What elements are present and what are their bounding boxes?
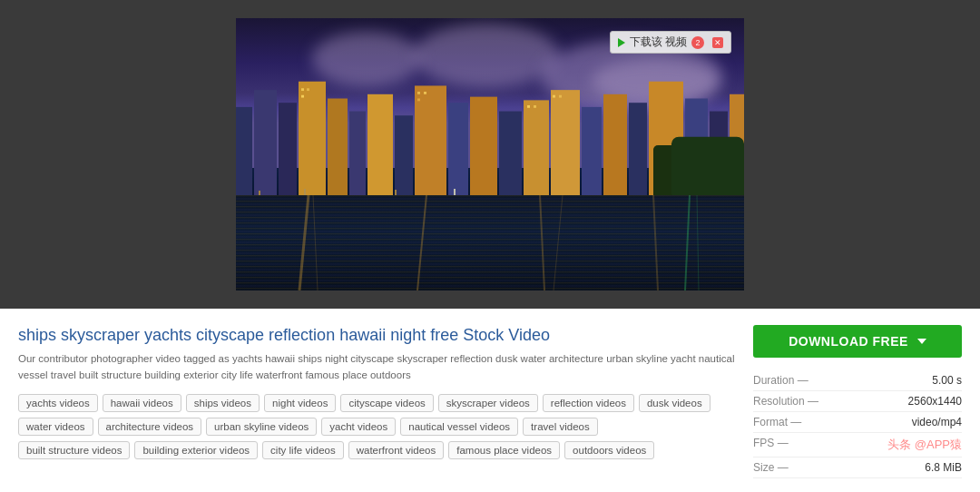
tag-city-life-videos[interactable]: city life videos — [262, 441, 344, 459]
svg-rect-25 — [301, 95, 304, 98]
video-player[interactable]: 下载该 视频 2 ✕ — [236, 18, 744, 290]
tags-row-2: water videos architecture videos urban s… — [18, 418, 735, 436]
buildings-svg — [236, 64, 744, 201]
tag-night-videos[interactable]: night videos — [264, 394, 336, 412]
svg-line-53 — [653, 195, 658, 290]
tag-built-structure-videos[interactable]: built structure videos — [18, 441, 130, 459]
size-row: Size — 6.8 MiB — [753, 458, 962, 478]
format-row: Format — video/mp4 — [753, 412, 962, 433]
download-overlay[interactable]: 下载该 视频 2 ✕ — [610, 31, 731, 54]
svg-rect-24 — [307, 88, 309, 91]
tag-waterfront-videos[interactable]: waterfront videos — [348, 441, 445, 459]
svg-line-48 — [299, 195, 309, 290]
chevron-down-icon — [917, 339, 926, 344]
play-icon — [618, 38, 625, 47]
fps-label: FPS — — [753, 437, 789, 453]
size-label: Size — — [753, 461, 789, 474]
tag-yacht-videos[interactable]: yacht videos — [321, 418, 396, 436]
tag-building-exterior-videos[interactable]: building exterior videos — [134, 441, 258, 459]
tags-row-1: yachts videos hawaii videos ships videos… — [18, 394, 735, 412]
left-content: ships skyscraper yachts cityscape reflec… — [18, 325, 735, 478]
download-free-button[interactable]: DOWNLOAD FREE — [753, 325, 962, 358]
format-value: video/mp4 — [912, 416, 962, 428]
fps-row: FPS — 头条 @APP猿 — [753, 433, 962, 458]
fps-value: 头条 @APP猿 — [887, 437, 962, 453]
duration-row: Duration — 5.00 s — [753, 370, 962, 391]
tag-architecture-videos[interactable]: architecture videos — [98, 418, 202, 436]
svg-line-50 — [417, 195, 426, 290]
tag-hawaii-videos[interactable]: hawaii videos — [103, 394, 181, 412]
meta-table: Duration — 5.00 s Resolution — 2560x1440… — [753, 370, 962, 478]
svg-line-51 — [540, 195, 544, 290]
water — [236, 195, 744, 290]
duration-value: 5.00 s — [932, 374, 962, 387]
svg-rect-27 — [424, 92, 426, 94]
svg-rect-32 — [559, 95, 562, 98]
tag-famous-place-videos[interactable]: famous place videos — [448, 441, 560, 459]
svg-rect-31 — [553, 95, 555, 98]
tag-nautical-vessel-videos[interactable]: nautical vessel videos — [400, 418, 518, 436]
close-button[interactable]: ✕ — [712, 37, 723, 48]
size-value: 6.8 MiB — [925, 461, 962, 474]
svg-line-49 — [313, 195, 318, 290]
video-title: ships skyscraper yachts cityscape reflec… — [18, 325, 735, 346]
tag-yachts-videos[interactable]: yachts videos — [18, 394, 98, 412]
reflection-svg — [236, 195, 744, 290]
video-section: 下载该 视频 2 ✕ — [0, 0, 980, 309]
svg-rect-26 — [417, 92, 420, 94]
tag-dusk-videos[interactable]: dusk videos — [639, 394, 710, 412]
badge-number: 2 — [691, 36, 704, 49]
tag-cityscape-videos[interactable]: cityscape videos — [340, 394, 433, 412]
resolution-value: 2560x1440 — [908, 395, 962, 408]
download-free-label: DOWNLOAD FREE — [789, 334, 908, 349]
svg-rect-28 — [417, 99, 420, 102]
svg-line-52 — [554, 195, 563, 290]
tag-skyscraper-videos[interactable]: skyscraper videos — [438, 394, 538, 412]
tag-travel-videos[interactable]: travel videos — [523, 418, 598, 436]
video-description: Our contributor photographer video tagge… — [18, 351, 735, 383]
tag-outdoors-videos[interactable]: outdoors videos — [564, 441, 654, 459]
tag-water-videos[interactable]: water videos — [18, 418, 93, 436]
svg-rect-29 — [527, 105, 530, 108]
resolution-label: Resolution — — [753, 395, 818, 408]
svg-line-55 — [697, 195, 699, 290]
format-label: Format — — [753, 416, 801, 428]
svg-line-54 — [685, 195, 690, 290]
tag-reflection-videos[interactable]: reflection videos — [543, 394, 634, 412]
right-panel: DOWNLOAD FREE Duration — 5.00 s Resoluti… — [753, 325, 962, 478]
tag-urban-skyline-videos[interactable]: urban skyline videos — [206, 418, 317, 436]
resolution-row: Resolution — 2560x1440 — [753, 391, 962, 412]
svg-rect-23 — [301, 88, 304, 91]
download-overlay-label: 下载该 视频 — [630, 34, 687, 50]
svg-rect-30 — [534, 105, 536, 108]
duration-label: Duration — — [753, 374, 808, 387]
tags-row-3: built structure videos building exterior… — [18, 441, 735, 459]
bottom-section: ships skyscraper yachts cityscape reflec… — [0, 309, 980, 487]
tag-ships-videos[interactable]: ships videos — [186, 394, 260, 412]
video-thumbnail — [236, 18, 744, 290]
